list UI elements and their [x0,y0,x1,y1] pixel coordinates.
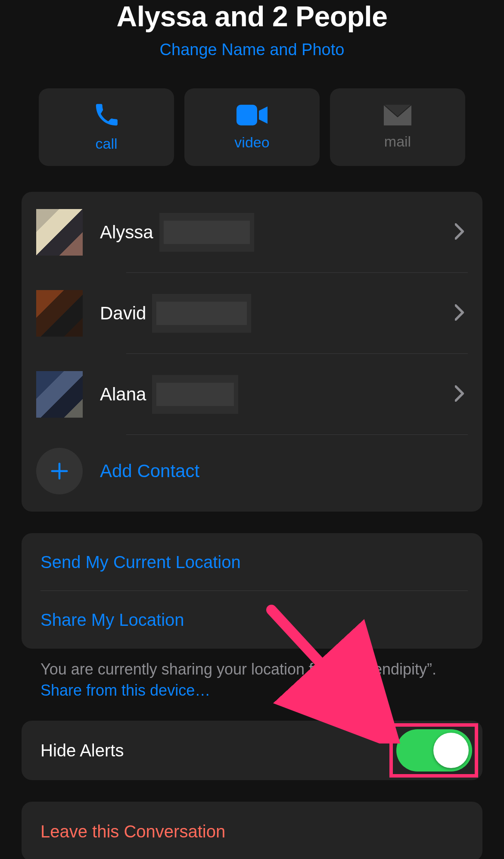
avatar [36,209,83,256]
hide-alerts-toggle[interactable] [396,729,472,772]
redacted-surname [152,375,238,414]
footer-note-text: You are currently sharing your location … [40,660,436,678]
share-from-this-device-link[interactable]: Share from this device… [40,681,210,699]
members-card: Alyssa David Alana [22,192,482,512]
member-row-alana[interactable]: Alana [22,354,482,435]
video-button[interactable]: video [184,88,320,166]
location-footer-note: You are currently sharing your location … [0,649,504,701]
member-row-david[interactable]: David [22,273,482,354]
add-contact-row[interactable]: Add Contact [22,435,482,512]
leave-card: Leave this Conversation [22,802,482,859]
page-title: Alyssa and 2 People [0,0,504,33]
send-current-location-button[interactable]: Send My Current Location [22,533,482,591]
leave-conversation-button[interactable]: Leave this Conversation [22,802,482,859]
row-separator [126,434,468,435]
change-name-photo-link[interactable]: Change Name and Photo [0,41,504,59]
phone-icon [94,103,119,129]
location-card: Send My Current Location Share My Locati… [22,533,482,649]
redacted-surname [152,294,251,333]
action-buttons-row: call video mail [0,88,504,166]
member-name-label: Alana [100,375,238,414]
chevron-right-icon [455,223,464,241]
avatar [36,290,83,337]
member-row-alyssa[interactable]: Alyssa [22,192,482,273]
avatar [36,371,83,418]
mail-icon [384,105,411,127]
plus-icon [36,448,83,494]
video-icon [236,104,268,128]
member-name-label: Alyssa [100,213,254,252]
call-button[interactable]: call [39,88,174,166]
contact-group-details: Alyssa and 2 People Change Name and Phot… [0,0,504,859]
member-name-label: David [100,294,251,333]
call-label: call [95,135,117,152]
toggle-knob [433,733,469,768]
alerts-card: Hide Alerts [22,721,482,780]
share-my-location-button[interactable]: Share My Location [22,591,482,649]
mail-button: mail [330,88,465,166]
hide-alerts-label: Hide Alerts [40,741,124,760]
video-label: video [234,134,269,151]
chevron-right-icon [455,385,464,403]
chevron-right-icon [455,304,464,322]
mail-label: mail [384,133,411,150]
hide-alerts-row: Hide Alerts [22,721,482,780]
svg-rect-0 [236,105,257,125]
redacted-surname [159,213,254,252]
add-contact-label: Add Contact [100,461,199,481]
